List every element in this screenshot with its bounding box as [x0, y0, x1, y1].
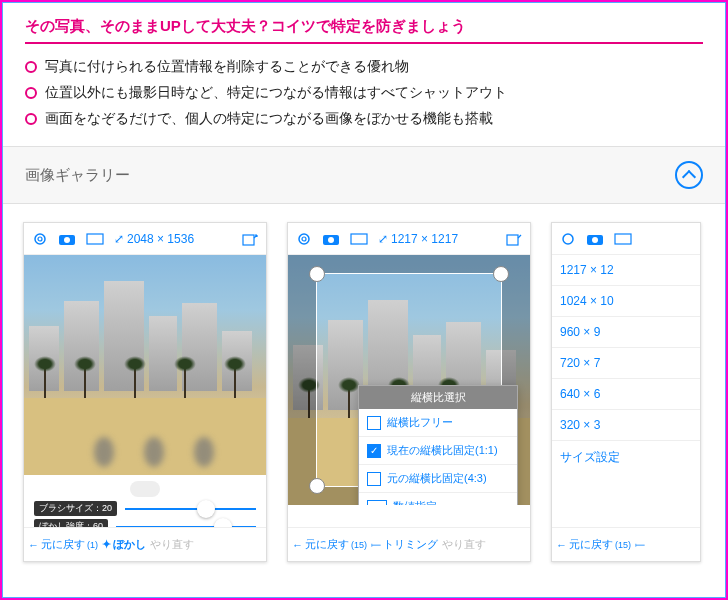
bullet-icon [25, 61, 37, 73]
size-option[interactable]: 640 × 6 [552, 379, 700, 410]
camera-icon[interactable] [58, 232, 76, 246]
size-option[interactable]: 1024 × 10 [552, 286, 700, 317]
redo-button: やり直す [442, 537, 486, 552]
checkbox-icon [367, 472, 381, 486]
aspect-icon[interactable] [350, 232, 368, 246]
checkbox-icon [367, 416, 381, 430]
size-option[interactable]: 720 × 7 [552, 348, 700, 379]
export-icon[interactable] [242, 232, 258, 246]
svg-rect-5 [243, 235, 254, 245]
popup-title: 縦横比選択 [359, 386, 517, 409]
chevron-up-icon [682, 170, 696, 184]
aspect-option-original[interactable]: 元の縦横比固定(4:3) [359, 465, 517, 493]
svg-point-3 [64, 237, 70, 243]
numeric-icon: n:n [367, 500, 387, 506]
app-toolbar: ⤢ 2048 × 1536 [24, 223, 266, 255]
bullet-icon [25, 87, 37, 99]
export-icon[interactable] [506, 232, 522, 246]
screenshot-blur: ⤢ 2048 × 1536 ブラシサイズ：20 ぼかし強度：60 ← 元に戻す(… [23, 222, 267, 562]
feature-summary: その写真、そのままUPして大丈夫？コイツで特定を防ぎましょう 写真に付けられる位… [3, 3, 725, 147]
dimensions-label: ⤢ 2048 × 1536 [114, 232, 194, 246]
size-option[interactable]: 320 × 3 [552, 410, 700, 441]
gear-icon[interactable] [560, 231, 576, 247]
feature-bullet: 画面をなぞるだけで、個人の特定につながる画像をぼかせる機能も搭載 [25, 110, 703, 128]
drag-handle-icon[interactable] [130, 481, 160, 497]
svg-point-1 [38, 237, 42, 241]
brush-size-label: ブラシサイズ：20 [34, 501, 117, 516]
brush-size-slider[interactable]: ブラシサイズ：20 [34, 501, 256, 516]
gear-icon[interactable] [32, 231, 48, 247]
aspect-icon[interactable] [614, 232, 632, 246]
photo-canvas[interactable]: 縦横比選択 縦横比フリー ✓現在の縦横比固定(1:1) 元の縦横比固定(4:3)… [288, 255, 530, 505]
undo-button[interactable]: ← 元に戻す(15) [556, 537, 631, 552]
gallery-body: ⤢ 2048 × 1536 ブラシサイズ：20 ぼかし強度：60 ← 元に戻す(… [3, 204, 725, 574]
bullet-icon [25, 113, 37, 125]
mode-blur-button[interactable]: ✦ ぼかし [102, 537, 146, 552]
mode-crop-button[interactable]: ⟝ [635, 538, 645, 551]
size-preset-list: 1217 × 12 1024 × 10 960 × 9 720 × 7 640 … [552, 255, 700, 441]
collapse-toggle[interactable] [675, 161, 703, 189]
feature-bullet: 位置以外にも撮影日時など、特定につながる情報はすべてシャットアウト [25, 84, 703, 102]
crop-handle-icon[interactable] [309, 266, 325, 282]
page-container: その写真、そのままUPして大丈夫？コイツで特定を防ぎましょう 写真に付けられる位… [2, 2, 726, 598]
app-bottom-bar: ← 元に戻す(15) ⟝ トリミング やり直す [288, 527, 530, 561]
svg-point-0 [35, 234, 45, 244]
undo-button[interactable]: ← 元に戻す(1) [28, 537, 98, 552]
svg-point-7 [302, 237, 306, 241]
svg-point-12 [563, 234, 573, 244]
camera-icon[interactable] [586, 232, 604, 246]
svg-point-9 [328, 237, 334, 243]
aspect-option-free[interactable]: 縦横比フリー [359, 409, 517, 437]
size-option[interactable]: 1217 × 12 [552, 255, 700, 286]
svg-point-14 [592, 237, 598, 243]
dimensions-label: ⤢ 1217 × 1217 [378, 232, 458, 246]
section-title: その写真、そのままUPして大丈夫？コイツで特定を防ぎましょう [25, 17, 703, 44]
camera-icon[interactable] [322, 232, 340, 246]
aspect-icon[interactable] [86, 232, 104, 246]
svg-rect-10 [351, 234, 367, 244]
screenshot-crop: ⤢ 1217 × 1217 縦横比選択 縦横比フリー ✓現在の縦横比固定(1:1… [287, 222, 531, 562]
outer-frame: その写真、そのままUPして大丈夫？コイツで特定を防ぎましょう 写真に付けられる位… [0, 0, 728, 600]
svg-point-6 [299, 234, 309, 244]
gear-icon[interactable] [296, 231, 312, 247]
bullet-text: 写真に付けられる位置情報を削除することができる優れ物 [45, 58, 409, 76]
svg-rect-4 [87, 234, 103, 244]
gallery-title: 画像ギャラリー [25, 166, 130, 185]
size-option[interactable]: 960 × 9 [552, 317, 700, 348]
size-settings-button[interactable]: サイズ設定 [552, 441, 700, 474]
bullet-text: 位置以外にも撮影日時など、特定につながる情報はすべてシャットアウト [45, 84, 507, 102]
photo-canvas[interactable] [24, 255, 266, 475]
bullet-text: 画面をなぞるだけで、個人の特定につながる画像をぼかせる機能も搭載 [45, 110, 493, 128]
crop-handle-icon[interactable] [309, 478, 325, 494]
app-bottom-bar: ← 元に戻す(15) ⟝ [552, 527, 700, 561]
aspect-option-numeric[interactable]: n:n数値指定 ... [359, 493, 517, 505]
mode-crop-button[interactable]: ⟝ トリミング [371, 537, 438, 552]
app-toolbar: ⤢ 1217 × 1217 [288, 223, 530, 255]
svg-rect-15 [615, 234, 631, 244]
aspect-option-current[interactable]: ✓現在の縦横比固定(1:1) [359, 437, 517, 465]
aspect-ratio-popup: 縦横比選択 縦横比フリー ✓現在の縦横比固定(1:1) 元の縦横比固定(4:3)… [358, 385, 518, 505]
undo-button[interactable]: ← 元に戻す(15) [292, 537, 367, 552]
screenshot-sizes: 1217 × 12 1024 × 10 960 × 9 720 × 7 640 … [551, 222, 701, 562]
checkbox-checked-icon: ✓ [367, 444, 381, 458]
app-toolbar [552, 223, 700, 255]
svg-rect-11 [507, 235, 518, 245]
gallery-header[interactable]: 画像ギャラリー [3, 147, 725, 204]
crop-handle-icon[interactable] [493, 266, 509, 282]
redo-button: やり直す [150, 537, 194, 552]
feature-bullet: 写真に付けられる位置情報を削除することができる優れ物 [25, 58, 703, 76]
app-bottom-bar: ← 元に戻す(1) ✦ ぼかし やり直す [24, 527, 266, 561]
